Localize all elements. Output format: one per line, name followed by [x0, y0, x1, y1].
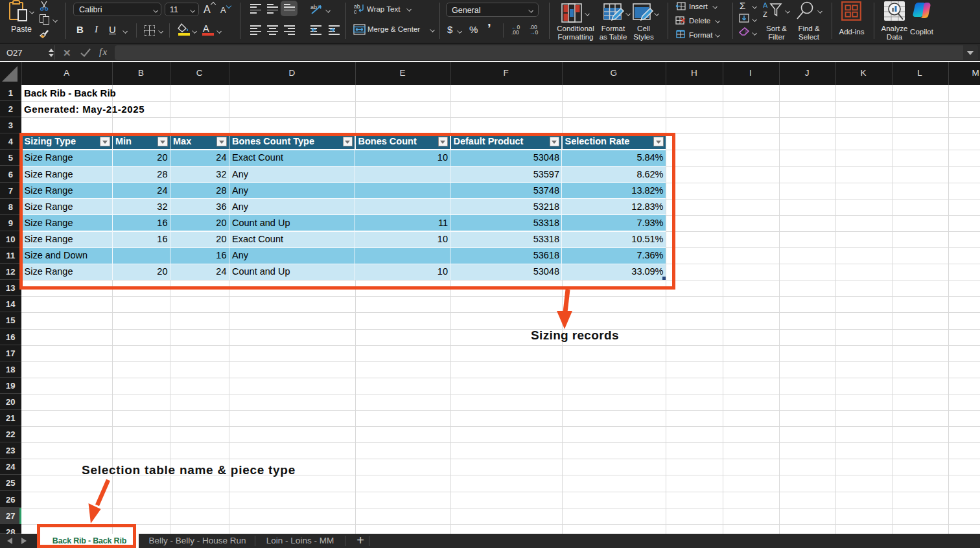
svg-text:Z: Z — [763, 10, 767, 18]
svg-text:A: A — [763, 1, 768, 9]
